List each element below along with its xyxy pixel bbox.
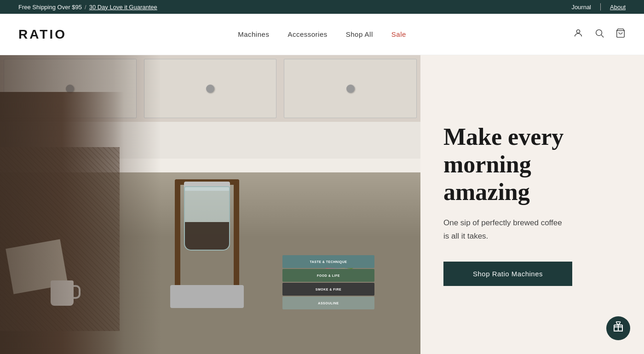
hero-title: Make every morning amazing	[443, 123, 621, 206]
coffee-machine	[170, 179, 244, 308]
nav-item-accessories[interactable]: Accessories	[288, 30, 327, 39]
hero-section: TASTE & TECHNIQUE FOOD & LIFE SMOKE & FI…	[0, 55, 644, 354]
search-icon[interactable]	[594, 28, 604, 40]
carafe-coffee	[185, 222, 229, 250]
woman-overlay	[0, 55, 161, 354]
gift-icon	[613, 321, 624, 335]
machine-frame-right	[234, 179, 239, 290]
nav-divider	[600, 3, 601, 11]
journal-link[interactable]: Journal	[571, 4, 591, 11]
nav-item-sale[interactable]: Sale	[391, 30, 406, 39]
hero-image: TASTE & TECHNIQUE FOOD & LIFE SMOKE & FI…	[0, 55, 420, 354]
books-stack: TASTE & TECHNIQUE FOOD & LIFE SMOKE & FI…	[282, 255, 374, 310]
book-food-life: FOOD & LIFE	[282, 269, 374, 282]
hero-subtitle: One sip of perfectly brewed coffeeis all…	[443, 217, 621, 243]
machine-carafe	[184, 186, 230, 251]
hero-title-line2: morning amazing	[443, 151, 531, 205]
book-taste-technique: TASTE & TECHNIQUE	[282, 255, 374, 268]
hero-content: Make every morning amazing One sip of pe…	[420, 55, 644, 354]
cabinet-panel-center	[144, 59, 277, 118]
nav-item-shop-all[interactable]: Shop All	[346, 30, 373, 39]
hero-title-line1: Make every	[443, 124, 564, 150]
shop-machines-button[interactable]: Shop Ratio Machines	[443, 262, 572, 286]
nav-link-machines[interactable]: Machines	[238, 30, 269, 38]
logo[interactable]: RATIO	[18, 27, 67, 42]
account-icon[interactable]	[573, 28, 583, 40]
nav-link-accessories[interactable]: Accessories	[288, 30, 327, 38]
machine-frame-left	[175, 179, 180, 290]
announcement-bar: Free Shipping Over $95 / 30 Day Love it …	[0, 0, 644, 14]
main-nav: Machines Accessories Shop All Sale	[238, 30, 406, 39]
navbar: RATIO Machines Accessories Shop All Sale	[0, 14, 644, 55]
navbar-icons	[573, 28, 626, 40]
announcement-right: Journal About	[571, 3, 626, 11]
machine-base	[170, 285, 244, 308]
book-assouline: ASSOULINE	[282, 297, 374, 309]
shipping-text: Free Shipping Over $95	[18, 4, 82, 11]
nav-link-shop-all[interactable]: Shop All	[346, 30, 373, 38]
cart-icon[interactable]	[615, 28, 626, 40]
svg-line-2	[601, 35, 604, 37]
svg-point-0	[576, 30, 580, 33]
cabinet-panel-right	[284, 59, 417, 118]
svg-point-1	[596, 30, 602, 36]
guarantee-link[interactable]: 30 Day Love it Guarantee	[89, 4, 157, 11]
separator: /	[85, 4, 86, 11]
announcement-left: Free Shipping Over $95 / 30 Day Love it …	[18, 4, 157, 11]
nav-item-machines[interactable]: Machines	[238, 30, 269, 39]
gift-widget-button[interactable]	[606, 316, 630, 340]
about-link[interactable]: About	[610, 4, 626, 11]
nav-link-sale[interactable]: Sale	[391, 30, 406, 38]
book-smoke-fire: SMOKE & FIRE	[282, 283, 374, 296]
